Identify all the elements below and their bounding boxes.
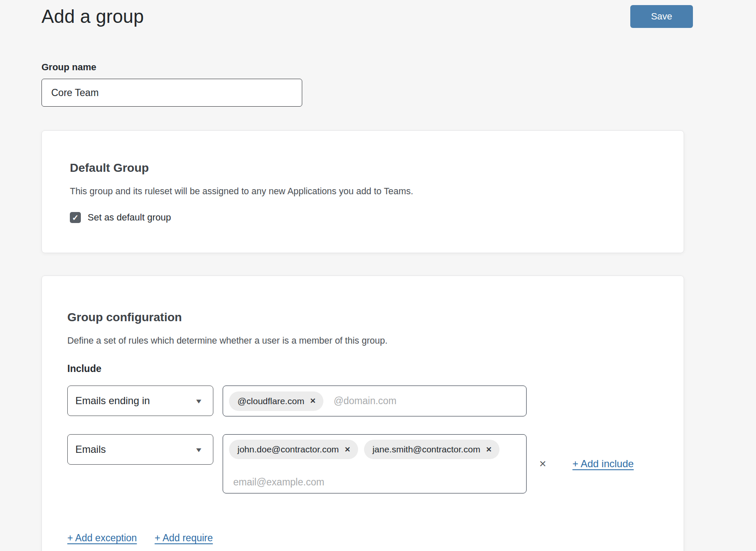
email-chip: jane.smith@contractor.com ✕ — [364, 440, 499, 459]
group-name-input[interactable] — [41, 79, 302, 107]
page-title: Add a group — [41, 6, 144, 27]
close-icon[interactable]: ✕ — [310, 397, 316, 405]
group-configuration-title: Group configuration — [67, 311, 658, 324]
check-icon: ✓ — [72, 213, 79, 223]
email-chip-label: john.doe@contractor.com — [237, 444, 339, 455]
close-icon[interactable]: ✕ — [345, 445, 350, 454]
rule-values-input[interactable]: john.doe@contractor.com ✕ jane.smith@con… — [223, 434, 527, 493]
rule-type-select-value: Emails — [75, 444, 106, 455]
group-name-label: Group name — [41, 62, 715, 73]
default-group-title: Default Group — [70, 161, 655, 175]
rule-type-select-value: Emails ending in — [75, 395, 150, 407]
default-group-checkbox[interactable]: ✓ — [70, 212, 81, 223]
default-group-description: This group and its ruleset will be assig… — [70, 186, 655, 197]
include-label: Include — [67, 363, 658, 375]
save-button[interactable]: Save — [630, 5, 693, 28]
add-require-link[interactable]: + Add require — [155, 532, 212, 544]
chevron-down-icon: ▼ — [195, 446, 203, 453]
email-chip: @cloudflare.com ✕ — [229, 391, 323, 411]
email-chip-label: jane.smith@contractor.com — [372, 444, 480, 455]
default-group-checkbox-label: Set as default group — [88, 212, 171, 223]
default-group-checkbox-row: ✓ Set as default group — [70, 212, 655, 223]
chevron-down-icon: ▼ — [195, 397, 203, 405]
rule-values-input[interactable]: @cloudflare.com ✕ @domain.com — [223, 386, 527, 416]
rule-type-select[interactable]: Emails ending in ▼ — [67, 386, 213, 416]
add-include-link[interactable]: + Add include — [572, 458, 634, 469]
add-group-page: Add a group Save Group name Default Grou… — [0, 0, 715, 551]
rule-links-row: + Add exception + Add require — [67, 532, 658, 544]
email-chip-label: @cloudflare.com — [237, 396, 304, 406]
rule-values-placeholder: @domain.com — [334, 395, 397, 407]
include-rule-row: Emails ▼ john.doe@contractor.com ✕ jane.… — [67, 434, 658, 493]
email-chip: john.doe@contractor.com ✕ — [229, 440, 358, 459]
group-configuration-description: Define a set of rules which determine wh… — [67, 336, 658, 346]
default-group-card: Default Group This group and its ruleset… — [41, 130, 684, 253]
group-configuration-card: Group configuration Define a set of rule… — [41, 276, 684, 551]
add-exception-link[interactable]: + Add exception — [67, 532, 137, 544]
page-header: Add a group Save — [41, 0, 693, 28]
include-rule-row: Emails ending in ▼ @cloudflare.com ✕ @do… — [67, 386, 658, 416]
rule-values-placeholder: email@example.com — [233, 477, 520, 488]
remove-rule-button[interactable]: × — [539, 458, 546, 470]
rule-type-select[interactable]: Emails ▼ — [67, 434, 213, 465]
close-icon[interactable]: ✕ — [486, 445, 492, 454]
